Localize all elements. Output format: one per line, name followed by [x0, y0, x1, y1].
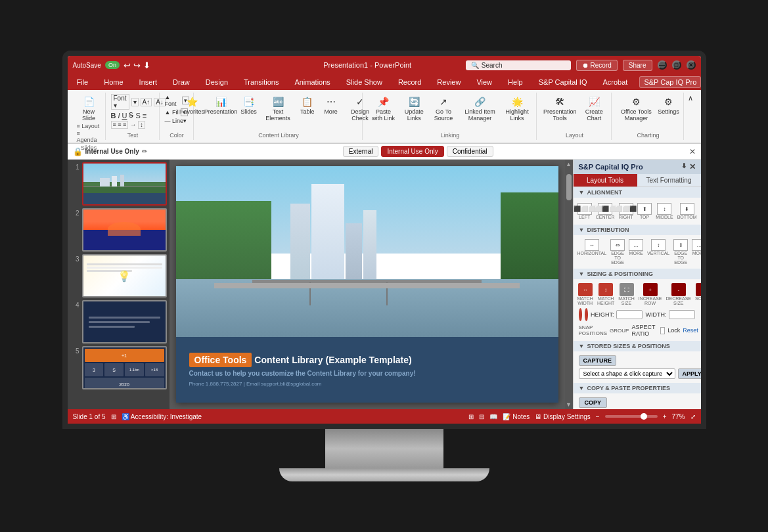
sp-expand-button[interactable]: ⬇ — [681, 162, 687, 171]
match-size-button[interactable]: ⛶ MATCH SIZE — [617, 282, 635, 307]
capture-button[interactable]: CAPTURE — [579, 355, 617, 366]
slide-thumb-4[interactable]: 4 — [70, 300, 167, 344]
accessibility-info[interactable]: ♿ Accessibility: Investigate — [122, 413, 202, 420]
presentation-tools-button[interactable]: 🛠 Presentation Tools — [542, 94, 578, 123]
create-chart-button[interactable]: 📈 Create Chart — [581, 94, 607, 123]
increase-row-button[interactable]: + INCREASE ROW — [637, 282, 664, 307]
zoom-level[interactable]: 77% — [671, 413, 685, 420]
edit-sensitivity-button[interactable]: ✏ — [142, 148, 147, 155]
menu-view[interactable]: View — [472, 77, 496, 87]
slides-library-button[interactable]: 📑 Slides — [238, 94, 259, 116]
dist-edge-v-button[interactable]: ⇕ EDGE TO EDGE — [672, 238, 689, 266]
scroll-thumb[interactable] — [566, 174, 572, 200]
match-height-button[interactable]: ↕ MATCH HEIGHT — [596, 282, 616, 307]
zoom-out-button[interactable]: − — [596, 413, 600, 420]
font-family-dropdown[interactable]: Font ▾ — [111, 94, 129, 110]
highlight-links-button[interactable]: 🌟 Highlight Links — [503, 94, 532, 123]
layout-tools-tab[interactable]: Layout Tools — [574, 174, 637, 187]
undo-button[interactable]: ↩ — [124, 60, 131, 70]
indent-button[interactable]: → — [130, 122, 136, 128]
display-settings-button[interactable]: 🖥 Display Settings — [535, 413, 590, 420]
align-left-button[interactable]: ⬛⬜⬜ LEFT — [576, 202, 593, 221]
width-input[interactable] — [669, 310, 695, 319]
chevron-stored-icon[interactable]: ▼ — [579, 343, 585, 349]
menu-design[interactable]: Design — [202, 77, 232, 87]
strikethrough-button[interactable]: S̶ — [129, 111, 133, 120]
dist-edge-h-button[interactable]: ⇔ EDGE TO EDGE — [609, 238, 626, 266]
notes-button[interactable]: 📝 Notes — [503, 413, 530, 420]
agenda-item[interactable]: ≡ Agenda — [77, 130, 101, 143]
font-grow-button[interactable]: A↑ — [141, 98, 152, 106]
slide-thumb-2[interactable]: 2 — [70, 208, 167, 252]
scale-button[interactable]: ⤡ SCALE — [694, 282, 700, 307]
table-button[interactable]: 📋 Table — [297, 94, 318, 116]
share-button[interactable]: Share — [623, 60, 652, 71]
menu-insert[interactable]: Insert — [135, 77, 162, 87]
line-spacing-button[interactable]: ↕ — [138, 121, 145, 129]
chevron-alignment-icon[interactable]: ▼ — [579, 189, 585, 196]
more-button[interactable]: ⬇ — [143, 60, 150, 70]
close-button[interactable]: ✕ — [687, 60, 696, 70]
restore-button[interactable]: □ — [672, 60, 681, 70]
redo-button[interactable]: ↪ — [133, 60, 141, 70]
text-formatting-tab[interactable]: Text Formatting — [637, 174, 701, 187]
autosave-toggle[interactable]: On — [105, 61, 120, 69]
office-tools-manager-button[interactable]: ⚙ Office Tools Manager — [617, 94, 655, 123]
vertical-scrollbar[interactable]: ▲ ▼ — [565, 160, 573, 409]
more-library-button[interactable]: ⋯ More — [321, 94, 342, 116]
paste-link-button[interactable]: 📌 Paste with Link — [368, 94, 398, 123]
slide-thumb-1[interactable]: 1 — [70, 162, 167, 206]
confidential-button[interactable]: Confidential — [447, 146, 493, 157]
group-button[interactable] — [585, 308, 588, 321]
text-align-button[interactable]: ≡ — [143, 112, 147, 120]
chevron-copy-paste-icon[interactable]: ▼ — [579, 385, 585, 391]
slide-thumb-5[interactable]: 5 +1 3 S 1.1bn >18 2020 — [70, 346, 167, 389]
text-format-row[interactable]: ≡ ≡ ≡ — [111, 121, 129, 129]
fit-to-window-icon[interactable]: ⤢ — [690, 413, 696, 420]
internal-use-only-button[interactable]: Internal Use Only — [381, 146, 443, 157]
text-elements-button[interactable]: 🔤 Text Elements — [261, 94, 294, 123]
lock-checkbox[interactable] — [660, 327, 665, 334]
view-slide-sorter-icon[interactable]: ⊟ — [479, 413, 484, 420]
align-right-button[interactable]: ⬜⬜⬛ RIGHT — [618, 202, 635, 221]
decrease-size-button[interactable]: - DECREASE SIZE — [665, 282, 693, 307]
go-to-source-button[interactable]: ↗ Go To Source — [430, 94, 458, 123]
scroll-up-arrow[interactable]: ▲ — [566, 161, 572, 167]
menu-review[interactable]: Review — [433, 77, 464, 87]
stored-select[interactable]: Select a shape & click capture — [579, 368, 675, 379]
ribbon-collapse-button[interactable]: ∧ — [685, 93, 696, 104]
search-bar[interactable]: 🔍 Search — [466, 60, 571, 70]
menu-file[interactable]: File — [73, 77, 93, 87]
linked-item-button[interactable]: 🔗 Linked Item Manager — [459, 94, 500, 123]
dist-more-v-button[interactable]: … MORE — [690, 238, 700, 266]
height-input[interactable] — [616, 310, 643, 319]
menu-transitions[interactable]: Transitions — [240, 77, 282, 87]
update-links-button[interactable]: 🔄 Update Links — [401, 94, 428, 123]
slide-canvas[interactable]: Office Tools Content Library (Example Te… — [176, 166, 558, 403]
match-width-button[interactable]: ↔ MATCH WIDTH — [576, 282, 595, 307]
copy-properties-button[interactable]: COPY — [579, 397, 608, 408]
align-middle-button[interactable]: ↕ MIDDLE — [654, 202, 674, 221]
dist-more-h-button[interactable]: … MORE — [627, 238, 644, 266]
dist-horizontal-button[interactable]: ↔ HORIZONTAL — [576, 238, 608, 266]
close-info-bar-button[interactable]: ✕ — [689, 147, 696, 156]
italic-button[interactable]: I — [118, 112, 120, 120]
align-top-button[interactable]: ⬆ TOP — [636, 202, 653, 221]
presentation-button[interactable]: 📊 Presentation — [206, 94, 236, 116]
record-button[interactable]: ⏺ Record — [576, 60, 618, 71]
menu-slideshow[interactable]: Slide Show — [342, 77, 386, 87]
menu-draw[interactable]: Draw — [169, 77, 194, 87]
reset-link[interactable]: Reset — [683, 327, 698, 334]
scroll-down-arrow[interactable]: ▼ — [566, 401, 572, 408]
font-size-dropdown[interactable]: ▾ — [131, 98, 139, 106]
menu-sp-cap-iq-pro[interactable]: S&P Cap IQ Pro — [639, 76, 701, 88]
view-normal-icon[interactable]: ⊞ — [468, 413, 474, 420]
zoom-slider[interactable] — [605, 415, 658, 418]
underline-button[interactable]: U — [122, 112, 127, 120]
apply-button[interactable]: APPLY — [678, 368, 701, 379]
minimize-button[interactable]: — — [658, 60, 667, 70]
slide-thumb-3[interactable]: 3 💡 — [70, 254, 167, 298]
menu-record[interactable]: Record — [394, 77, 425, 87]
settings-button[interactable]: ⚙ Settings — [658, 94, 679, 123]
shadow-button[interactable]: S — [135, 112, 140, 120]
